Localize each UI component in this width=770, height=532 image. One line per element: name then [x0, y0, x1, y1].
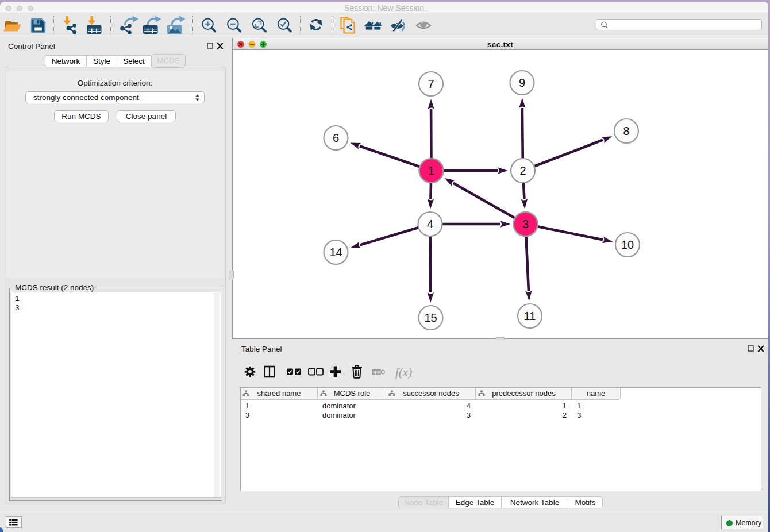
- svg-text:14: 14: [329, 246, 342, 259]
- svg-text:1: 1: [428, 164, 434, 177]
- svg-text:7: 7: [428, 78, 434, 90]
- svg-text:10: 10: [621, 238, 634, 251]
- svg-text:3: 3: [522, 218, 529, 230]
- svg-text:9: 9: [519, 76, 525, 89]
- svg-text:15: 15: [424, 311, 437, 324]
- svg-text:8: 8: [623, 125, 629, 137]
- svg-text:4: 4: [427, 218, 433, 230]
- svg-text:2: 2: [519, 164, 526, 177]
- svg-text:11: 11: [524, 310, 536, 322]
- svg-text:f(x): f(x): [395, 365, 412, 379]
- svg-text:6: 6: [333, 132, 339, 144]
